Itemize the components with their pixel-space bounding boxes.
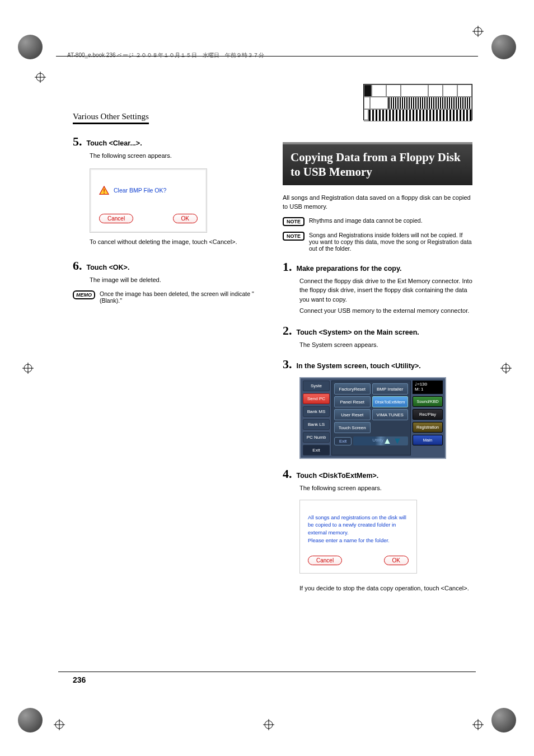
sys-tab-pcnumb[interactable]: PC Numb <box>303 432 330 443</box>
warning-icon <box>99 186 109 195</box>
note-text: Rhythms and image data cannot be copied. <box>309 217 423 224</box>
step-body: To cancel without deleting the image, to… <box>90 237 263 247</box>
footer-rule <box>58 672 476 672</box>
exit-button[interactable]: Exit <box>334 437 352 445</box>
step-title: Touch <Clear...>. <box>87 139 142 147</box>
note-label: NOTE <box>283 217 305 226</box>
main-button[interactable]: Main <box>413 435 443 445</box>
vima-tunes-button[interactable]: VIMA TUNES <box>372 409 409 420</box>
print-mark-circle <box>491 708 516 732</box>
exit-button[interactable]: Exit <box>303 445 330 456</box>
memo-text: Once the image has been deleted, the scr… <box>100 290 263 304</box>
registration-mark-icon <box>263 719 274 730</box>
step-body: If you decide to stop the data copy oper… <box>299 584 472 593</box>
step-title: Touch <OK>. <box>87 264 130 271</box>
factory-reset-button[interactable]: FactoryReset <box>334 383 371 395</box>
book-meta-text: AT-800_e.book 236 ページ ２００８年１０月１５日 水曜日 午前… <box>67 51 264 59</box>
sys-tab-bankls[interactable]: Bank LS <box>303 419 330 430</box>
step-body: The System screen appears. <box>299 340 472 350</box>
dialog-message: All songs and registrations on the disk … <box>308 514 409 544</box>
step-body: The following screen appears. <box>90 151 263 161</box>
registration-mark-icon <box>35 72 46 83</box>
print-mark-circle <box>18 35 43 59</box>
memo-label: MEMO <box>73 290 95 299</box>
step-body: The image will be deleted. <box>90 275 263 285</box>
registration-mark-icon <box>22 363 34 374</box>
section-header: Various Other Settings <box>73 112 149 124</box>
arrow-up-icon[interactable]: ▲ <box>383 437 391 445</box>
step-body: Connect your USB memory to the external … <box>299 306 472 316</box>
registration-mark-icon <box>472 26 484 37</box>
ok-button[interactable]: OK <box>384 556 409 565</box>
panel-reset-button[interactable]: Panel Reset <box>334 396 371 407</box>
page-number: 236 <box>73 675 86 684</box>
step-title: Touch <DiskToExtMem>. <box>297 472 379 480</box>
touch-screen-button[interactable]: Touch Screen <box>334 422 371 433</box>
sound-kbd-button[interactable]: Sound/KBD <box>413 396 443 407</box>
bmp-installer-button[interactable]: BMP Installer <box>372 383 409 395</box>
cancel-button[interactable]: Cancel <box>99 214 133 223</box>
print-mark-circle <box>18 708 43 732</box>
step-title: In the System screen, touch <Utility>. <box>297 362 421 370</box>
sys-tab-system[interactable]: Syste <box>303 381 330 391</box>
step-body: The following screen appears. <box>299 483 472 493</box>
step-title: Make preparations for the copy. <box>297 265 402 273</box>
user-reset-button[interactable]: User Reset <box>334 409 371 420</box>
note-text: Songs and Registrations inside folders w… <box>309 232 472 252</box>
step-number: 3. <box>283 357 292 372</box>
step-number: 6. <box>73 259 82 273</box>
print-mark-circle <box>491 35 516 59</box>
tempo-indicator: ♩=130 M: 1 <box>413 381 443 394</box>
clear-bmp-dialog: Clear BMP File OK? Cancel OK <box>90 168 207 233</box>
step-body: Connect the floppy disk drive to the Ext… <box>299 276 472 304</box>
sys-tab-sendpc[interactable]: Send PC <box>303 393 330 404</box>
dialog-message: Clear BMP File OK? <box>114 187 166 194</box>
registration-mark-icon <box>500 363 512 374</box>
tab-strip[interactable]: Utility ▲ ▼ <box>353 436 408 445</box>
registration-mark-icon <box>54 719 65 730</box>
disk-to-ext-mem-dialog: All songs and registrations on the disk … <box>299 500 417 574</box>
ok-button[interactable]: OK <box>173 214 198 223</box>
intro-text: All songs and Registration data saved on… <box>283 193 472 212</box>
utility-tab-label: Utility <box>372 438 383 443</box>
sys-tab-bankms[interactable]: Bank MS <box>303 406 330 417</box>
cancel-button[interactable]: Cancel <box>308 556 342 565</box>
step-title: Touch <System> on the Main screen. <box>297 328 419 336</box>
system-utility-screen: Syste Send PC Bank MS Bank LS PC Numb Ex… <box>299 377 446 459</box>
step-number: 4. <box>283 467 292 481</box>
rec-play-button[interactable]: Rec/Play <box>413 409 443 420</box>
step-number: 2. <box>283 323 292 338</box>
registration-button[interactable]: Registration <box>413 422 443 433</box>
registration-mark-icon <box>472 719 484 730</box>
arrow-down-icon[interactable]: ▼ <box>394 437 401 445</box>
disk-to-ext-mem-button[interactable]: DiskToExtMem <box>372 396 409 407</box>
step-number: 1. <box>283 260 292 274</box>
svg-point-23 <box>104 192 105 194</box>
note-label: NOTE <box>283 232 305 241</box>
chapter-heading: Copying Data from a Floppy Disk to USB M… <box>283 142 472 185</box>
step-number: 5. <box>73 134 82 149</box>
